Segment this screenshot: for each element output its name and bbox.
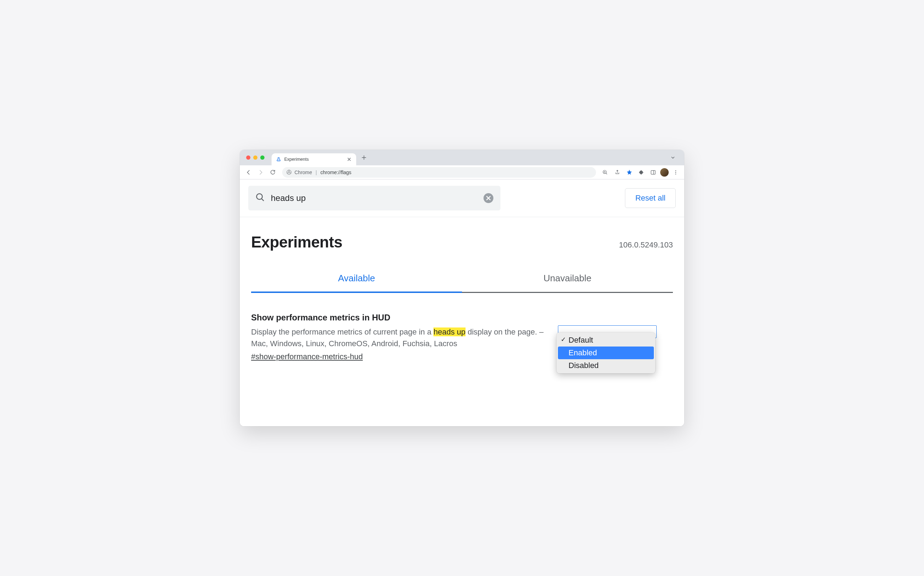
- page-title: Experiments: [251, 234, 343, 251]
- dropdown-option-disabled[interactable]: Disabled: [558, 359, 654, 372]
- maximize-window-button[interactable]: [260, 155, 264, 160]
- tabs-row: Available Unavailable: [240, 267, 684, 293]
- svg-point-6: [675, 173, 676, 174]
- omnibox-origin-label: Chrome: [295, 170, 312, 175]
- flag-title: Show performance metrics in HUD: [251, 313, 544, 323]
- flag-desc-pre: Display the performance metrics of curre…: [251, 328, 434, 336]
- page-content: Reset all Experiments 106.0.5249.103 Ava…: [240, 179, 684, 426]
- omnibox-separator: |: [315, 170, 317, 175]
- menu-button[interactable]: [671, 168, 681, 177]
- search-row: Reset all: [240, 179, 684, 217]
- browser-tab[interactable]: Experiments: [272, 154, 356, 165]
- extensions-icon[interactable]: [636, 168, 646, 177]
- omnibox[interactable]: Chrome | chrome://flags: [282, 167, 596, 178]
- flag-item: Show performance metrics in HUD Display …: [240, 293, 684, 375]
- tab-unavailable[interactable]: Unavailable: [462, 267, 673, 293]
- window-controls: [244, 155, 267, 160]
- side-panel-icon[interactable]: [648, 168, 658, 177]
- search-box[interactable]: [248, 186, 500, 210]
- share-icon[interactable]: [612, 168, 622, 177]
- new-tab-button[interactable]: [359, 153, 369, 163]
- flag-text: Show performance metrics in HUD Display …: [251, 313, 544, 361]
- toolbar-icons: [600, 168, 681, 177]
- back-button[interactable]: [243, 167, 254, 178]
- reset-all-button[interactable]: Reset all: [625, 188, 676, 208]
- address-toolbar: Chrome | chrome://flags: [240, 165, 684, 179]
- svg-rect-3: [651, 170, 655, 174]
- flag-anchor-link[interactable]: #show-performance-metrics-hud: [251, 352, 363, 361]
- minimize-window-button[interactable]: [253, 155, 258, 160]
- bookmark-star-icon[interactable]: [624, 168, 634, 177]
- omnibox-url: chrome://flags: [320, 170, 351, 175]
- reload-button[interactable]: [267, 167, 278, 178]
- tab-available[interactable]: Available: [251, 267, 462, 293]
- flag-description: Display the performance metrics of curre…: [251, 326, 544, 349]
- header-row: Experiments 106.0.5249.103: [240, 217, 684, 267]
- flask-icon: [276, 157, 282, 162]
- close-window-button[interactable]: [246, 155, 250, 160]
- tab-strip: Experiments: [240, 150, 684, 165]
- svg-point-5: [675, 172, 676, 172]
- zoom-icon[interactable]: [600, 168, 610, 177]
- svg-point-7: [257, 194, 263, 200]
- flag-dropdown-menu: Default Enabled Disabled: [557, 333, 655, 373]
- dropdown-option-default[interactable]: Default: [558, 334, 654, 347]
- dropdown-option-enabled[interactable]: Enabled: [558, 347, 654, 359]
- search-icon: [255, 192, 265, 204]
- search-input[interactable]: [271, 193, 478, 203]
- tabs-overflow-button[interactable]: [669, 154, 677, 162]
- forward-button[interactable]: [255, 167, 266, 178]
- svg-point-4: [675, 170, 676, 171]
- svg-point-1: [288, 171, 290, 173]
- browser-window: Experiments Chrome |: [240, 150, 684, 426]
- version-label: 106.0.5249.103: [619, 240, 673, 250]
- clear-search-button[interactable]: [484, 193, 493, 203]
- tab-title: Experiments: [284, 157, 344, 162]
- flag-desc-highlight: heads up: [434, 328, 466, 336]
- profile-avatar[interactable]: [660, 168, 669, 177]
- chrome-icon: [287, 170, 291, 175]
- close-tab-button[interactable]: [346, 157, 352, 162]
- flag-control: Default Enabled Disabled: [558, 313, 657, 361]
